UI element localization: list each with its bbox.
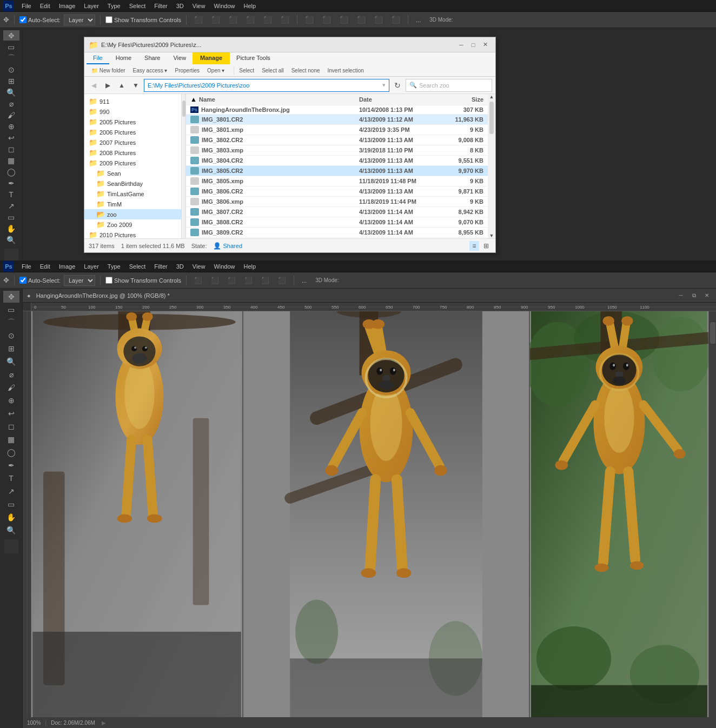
file-row-3[interactable]: IMG_3802.CR2 4/13/2009 11:13 AM 9,008 KB bbox=[186, 135, 488, 145]
maximize-btn[interactable]: □ bbox=[467, 40, 479, 50]
more-options-btn[interactable]: ... bbox=[413, 16, 423, 24]
align-b-2[interactable]: ⬛ bbox=[275, 276, 289, 285]
align-top-btn[interactable]: ⬛ bbox=[243, 15, 257, 25]
quick-select-tool[interactable]: ⊙ bbox=[3, 64, 19, 75]
align-t-2[interactable]: ⬛ bbox=[242, 276, 255, 285]
folder-2009[interactable]: 📁 2009 Pictures bbox=[84, 158, 181, 168]
refresh-btn[interactable]: ↻ bbox=[392, 79, 403, 91]
menu-view-2[interactable]: View bbox=[189, 262, 209, 271]
tab-file[interactable]: File bbox=[87, 52, 109, 64]
select-btn[interactable]: Select bbox=[236, 66, 257, 75]
folder-timlastgame[interactable]: 📁 TimLastGame bbox=[84, 189, 181, 199]
align-cv-2[interactable]: ⬛ bbox=[258, 276, 272, 285]
new-folder-btn[interactable]: 📁 New folder bbox=[89, 66, 128, 75]
gradient-tool[interactable]: ▦ bbox=[3, 155, 19, 165]
menu-view-1[interactable]: View bbox=[189, 2, 209, 10]
align-l-2[interactable]: ⬛ bbox=[191, 276, 205, 285]
up-btn[interactable]: ▲ bbox=[116, 79, 128, 91]
menu-image-2[interactable]: Image bbox=[56, 262, 79, 271]
tab-manage[interactable]: Manage bbox=[193, 52, 230, 64]
details-view-btn[interactable]: ≡ bbox=[469, 241, 479, 251]
eraser-tool[interactable]: ◻ bbox=[3, 144, 19, 154]
heal-tool[interactable]: ⌀ bbox=[3, 98, 19, 109]
folder-2007[interactable]: 📁 2007 Pictures bbox=[84, 137, 181, 148]
history-brush-tool[interactable]: ↩ bbox=[3, 132, 19, 143]
menu-file-2[interactable]: File bbox=[18, 262, 35, 271]
menu-help-2[interactable]: Help bbox=[241, 262, 260, 271]
open-btn[interactable]: Open ▾ bbox=[204, 66, 227, 75]
file-row-12[interactable]: IMG_3809.CR2 4/13/2009 11:14 AM 8,955 KB bbox=[186, 228, 488, 238]
layer-select[interactable]: Layer bbox=[64, 15, 95, 25]
file-row-10[interactable]: IMG_3807.CR2 4/13/2009 11:14 AM 8,942 KB bbox=[186, 207, 488, 217]
zoom-tool[interactable]: 🔍 bbox=[3, 235, 19, 245]
move-tool-2[interactable]: ✥ bbox=[3, 291, 19, 303]
doc-size-arrow[interactable]: ▶ bbox=[102, 720, 106, 726]
crop-tool-2[interactable]: ⊞ bbox=[3, 343, 19, 355]
auto-select-checkbox-2[interactable] bbox=[19, 277, 26, 284]
gradient-tool-2[interactable]: ▦ bbox=[3, 433, 19, 445]
menu-select-1[interactable]: Select bbox=[126, 2, 149, 10]
move-tool[interactable]: ✥ bbox=[3, 30, 19, 41]
file-scrollbar[interactable]: ▲ ▼ bbox=[488, 94, 495, 238]
select-all-btn[interactable]: Select all bbox=[259, 66, 287, 75]
menu-type-2[interactable]: Type bbox=[104, 262, 124, 271]
align-right-btn[interactable]: ⬛ bbox=[226, 15, 240, 25]
zoom-tool-2[interactable]: 🔍 bbox=[3, 524, 19, 536]
align-ch-2[interactable]: ⬛ bbox=[208, 276, 222, 285]
tree-scrollbar-thumb[interactable] bbox=[182, 101, 185, 117]
more-options-btn-2[interactable]: ... bbox=[299, 276, 309, 285]
dodge-tool[interactable]: ◯ bbox=[3, 166, 19, 177]
scroll-thumb[interactable] bbox=[489, 102, 494, 134]
align-bottom-btn[interactable]: ⬛ bbox=[278, 15, 292, 25]
select-none-btn[interactable]: Select none bbox=[289, 66, 323, 75]
menu-type-1[interactable]: Type bbox=[104, 2, 124, 10]
menu-filter-2[interactable]: Filter bbox=[151, 262, 170, 271]
tab-share[interactable]: Share bbox=[138, 52, 167, 64]
folder-zoo[interactable]: 📂 zoo bbox=[84, 209, 181, 219]
col-date-header[interactable]: Date bbox=[359, 96, 440, 103]
canvas-content[interactable] bbox=[31, 311, 716, 717]
folder-timm[interactable]: 📁 TimM bbox=[84, 199, 181, 209]
tab-view[interactable]: View bbox=[167, 52, 193, 64]
eyedropper-tool[interactable]: 🔍 bbox=[3, 87, 19, 97]
menu-window-2[interactable]: Window bbox=[210, 262, 238, 271]
clone-tool-2[interactable]: ⊕ bbox=[3, 395, 19, 406]
folder-911[interactable]: 📁 911 bbox=[84, 96, 181, 106]
brush-tool[interactable]: 🖌 bbox=[3, 110, 19, 120]
pen-tool-2[interactable]: ✒ bbox=[3, 459, 19, 471]
marquee-tool-2[interactable]: ▭ bbox=[3, 304, 19, 316]
eraser-tool-2[interactable]: ◻ bbox=[3, 420, 19, 432]
back-btn[interactable]: ◀ bbox=[88, 79, 100, 91]
canvas-scrollbar-v[interactable] bbox=[708, 311, 716, 717]
forward-btn[interactable]: ▶ bbox=[102, 79, 114, 91]
img-close-btn[interactable]: ✕ bbox=[702, 291, 712, 300]
eyedropper-tool-2[interactable]: 🔍 bbox=[3, 356, 19, 368]
path-select-tool[interactable]: ↗ bbox=[3, 201, 19, 211]
menu-3d-2[interactable]: 3D bbox=[173, 262, 187, 271]
minimize-btn[interactable]: ─ bbox=[455, 40, 467, 50]
distribute-top-btn[interactable]: ⬛ bbox=[354, 15, 368, 25]
text-tool[interactable]: T bbox=[3, 189, 19, 199]
tree-scrollbar[interactable] bbox=[182, 94, 186, 238]
menu-help-1[interactable]: Help bbox=[241, 2, 260, 10]
folder-2008[interactable]: 📁 2008 Pictures bbox=[84, 148, 181, 158]
align-center-h-btn[interactable]: ⬛ bbox=[209, 15, 223, 25]
hand-tool-2[interactable]: ✋ bbox=[3, 511, 19, 523]
foreground-color-2[interactable] bbox=[4, 539, 18, 553]
folder-2006[interactable]: 📁 2006 Pictures bbox=[84, 127, 181, 137]
quick-select-tool-2[interactable]: ⊙ bbox=[3, 330, 19, 342]
distribute-left-btn[interactable]: ⬛ bbox=[302, 15, 316, 25]
file-row-5[interactable]: IMG_3804.CR2 4/13/2009 11:13 AM 9,551 KB bbox=[186, 156, 488, 166]
menu-3d-1[interactable]: 3D bbox=[173, 2, 187, 10]
dodge-tool-2[interactable]: ◯ bbox=[3, 446, 19, 458]
brush-tool-2[interactable]: 🖌 bbox=[3, 382, 19, 393]
invert-selection-btn[interactable]: Invert selection bbox=[325, 66, 367, 75]
folder-sean[interactable]: 📁 Sean bbox=[84, 168, 181, 178]
search-box[interactable]: 🔍 Search zoo bbox=[406, 79, 492, 92]
align-r-2[interactable]: ⬛ bbox=[225, 276, 238, 285]
pen-tool[interactable]: ✒ bbox=[3, 178, 19, 188]
foreground-color[interactable] bbox=[4, 249, 18, 261]
text-tool-2[interactable]: T bbox=[3, 472, 19, 484]
file-row-1[interactable]: IMG_3801.CR2 4/13/2009 11:12 AM 11,963 K… bbox=[186, 115, 488, 125]
3d-mode-btn[interactable]: 3D Mode: bbox=[427, 16, 455, 24]
